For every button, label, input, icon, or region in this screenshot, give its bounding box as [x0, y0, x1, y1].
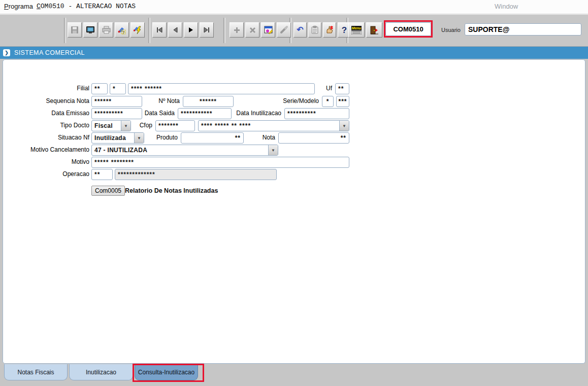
operacao-descricao-input: [115, 169, 277, 180]
sequencia-nota-label: Sequencia Nota: [3, 97, 89, 107]
tab-notas-fiscais[interactable]: Notas Fiscais: [4, 364, 68, 380]
insert-record-button[interactable]: [230, 22, 244, 38]
filial-digit-input[interactable]: [110, 83, 126, 94]
enter-query-button[interactable]: ?: [115, 22, 129, 38]
form-panel: Filial Uf Sequencia Nota Nº Nota Serie/M…: [3, 59, 585, 364]
clipboard-button[interactable]: [308, 22, 321, 38]
situacao-nf-label: Situacao Nf: [3, 134, 89, 143]
print-icon: [102, 26, 111, 34]
undo-icon: ↶: [297, 26, 303, 34]
print-button[interactable]: [99, 22, 113, 38]
cfop-descricao-dropdown[interactable]: **** ***** ** **** ▼: [198, 120, 349, 131]
filial-code-input[interactable]: [91, 83, 108, 94]
clear-record-button[interactable]: [277, 22, 291, 38]
menu-window[interactable]: Window: [495, 3, 518, 10]
toolbar-separator: [64, 18, 66, 43]
last-record-button[interactable]: [200, 22, 214, 38]
application-window: Programa COM0510 - ALTERACAO NOTAS Windo…: [0, 0, 588, 386]
screen-icon: [86, 26, 95, 34]
motivo-input[interactable]: [91, 157, 349, 168]
tab-inutilizacao[interactable]: Inutilizacao: [69, 364, 133, 380]
program-code-input[interactable]: [385, 22, 431, 36]
menu-bar: Programa COM0510 - ALTERACAO NOTAS Windo…: [0, 0, 588, 14]
nota-input[interactable]: [278, 132, 349, 144]
sequencia-nota-input[interactable]: [91, 96, 142, 107]
tab-consulta-inutilizacao[interactable]: Consulta-Inutilizacao: [135, 364, 198, 380]
hand-cut-button[interactable]: [323, 22, 336, 38]
data-inutilizacao-label: Data Inutilizacao: [235, 110, 281, 119]
tab-bar: Notas Fiscais Inutilizacao Consulta-Inut…: [0, 364, 588, 382]
serie-modelo-label: Serie/Modelo: [267, 97, 319, 107]
serie-input[interactable]: [322, 96, 334, 107]
data-emissao-input[interactable]: [91, 108, 142, 119]
motivo-label: Motivo: [3, 158, 89, 167]
produto-input[interactable]: [181, 132, 244, 144]
menu-button[interactable]: Menu: [348, 22, 365, 38]
menu-icon: Menu: [351, 26, 362, 34]
clipboard-icon: [311, 26, 318, 34]
delete-record-button[interactable]: [245, 22, 259, 38]
execute-query-button[interactable]: [130, 22, 145, 38]
lov-window-button[interactable]: [261, 22, 275, 38]
cfop-label: Cfop: [131, 122, 152, 131]
uf-input[interactable]: [335, 83, 349, 94]
uf-label: Uf: [316, 85, 332, 94]
clear-record-icon: [280, 26, 288, 34]
modelo-input[interactable]: [336, 96, 349, 107]
tipo-docto-dropdown[interactable]: Fiscal ▼: [91, 120, 131, 131]
enter-query-icon: ?: [118, 26, 126, 34]
data-emissao-label: Data Emissao: [3, 110, 89, 119]
insert-record-icon: [233, 26, 241, 34]
operacao-label: Operacao: [3, 170, 89, 180]
numero-nota-label: Nº Nota: [142, 97, 180, 107]
nota-label: Nota: [244, 134, 275, 143]
save-icon: [71, 26, 79, 34]
report-description-label: Relatorio De Notas Inutilizadas: [125, 187, 218, 194]
exit-icon: [370, 26, 379, 34]
next-record-button[interactable]: [184, 22, 198, 38]
usuario-input[interactable]: [465, 23, 581, 36]
undo-button[interactable]: ↶: [293, 22, 307, 38]
first-record-icon: [156, 26, 163, 33]
system-title: SISTEMA COMERCIAL: [14, 49, 85, 56]
previous-record-button[interactable]: [168, 22, 182, 38]
chevron-down-icon: ▼: [268, 145, 278, 155]
data-saida-label: Data Saida: [142, 110, 175, 119]
previous-record-icon: [172, 26, 179, 33]
exit-button[interactable]: [366, 22, 382, 38]
window-restore-icon[interactable]: ❯: [3, 49, 10, 56]
svg-text:Menu: Menu: [352, 26, 362, 30]
annotation-box-program-code: [384, 20, 433, 38]
menu-window-title[interactable]: COM0510 - ALTERACAO NOTAS: [37, 3, 136, 10]
toolbar-separator: [223, 18, 225, 43]
delete-record-icon: [249, 26, 256, 34]
execute-query-icon: [134, 26, 142, 34]
help-icon: ?: [342, 26, 347, 34]
screen-button[interactable]: [83, 22, 97, 38]
next-record-icon: [187, 26, 194, 33]
hand-cut-icon: [325, 26, 334, 34]
filial-name-input[interactable]: [128, 83, 315, 94]
numero-nota-input[interactable]: [183, 96, 234, 107]
toolbar: ? ↶: [0, 14, 588, 47]
motivo-cancelamento-label: Motivo Cancelamento: [3, 146, 89, 155]
operacao-code-input[interactable]: [91, 169, 113, 180]
data-saida-input[interactable]: [178, 108, 232, 119]
chevron-down-icon: ▼: [121, 121, 130, 131]
save-button[interactable]: [68, 22, 82, 38]
usuario-label: Usuario: [441, 27, 461, 33]
com0005-report-button[interactable]: Com0005: [91, 186, 125, 196]
filial-label: Filial: [3, 85, 89, 94]
data-inutilizacao-input[interactable]: [284, 108, 349, 119]
svg-text:?: ?: [122, 29, 125, 34]
first-record-button[interactable]: [152, 22, 167, 38]
toolbar-separator: [148, 18, 150, 43]
motivo-cancelamento-dropdown[interactable]: 47 - INUTILIZADA ▼: [91, 145, 278, 156]
cfop-code-input[interactable]: [155, 120, 195, 131]
tipo-docto-label: Tipo Docto: [3, 122, 89, 131]
chevron-down-icon: ▼: [339, 121, 349, 131]
lov-window-icon: [264, 26, 273, 34]
menu-programa[interactable]: Programa: [4, 3, 33, 10]
system-title-bar: ❯ SISTEMA COMERCIAL: [0, 47, 588, 59]
produto-label: Produto: [131, 134, 178, 143]
